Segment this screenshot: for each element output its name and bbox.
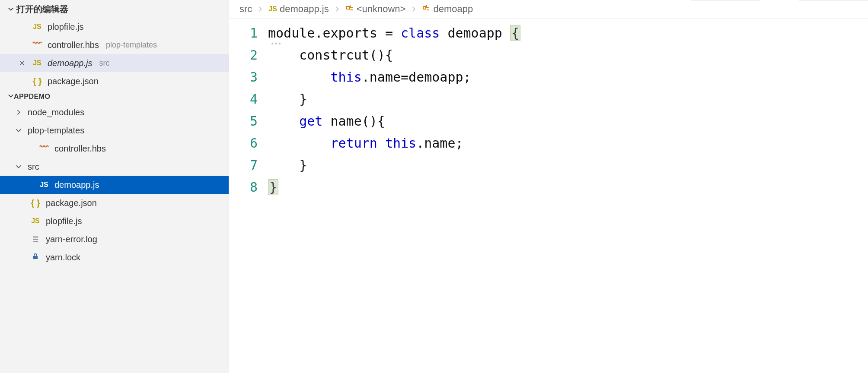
code-line[interactable]: this.name=demoapp; — [268, 66, 868, 88]
json-file-icon: { } — [32, 76, 41, 86]
line-number: 2 — [229, 44, 258, 66]
open-editors-header[interactable]: 打开的编辑器 — [0, 1, 229, 18]
file-label: plopfile.js — [48, 22, 83, 32]
line-number-gutter: 12345678 — [229, 22, 268, 198]
code-line[interactable]: } — [268, 88, 868, 110]
chevron-down-icon — [16, 162, 24, 172]
chevron-down-icon — [16, 126, 24, 136]
code-token: } — [268, 92, 307, 107]
breadcrumb-item[interactable]: JSdemoapp.js — [268, 3, 329, 15]
chevron-down-icon — [8, 93, 14, 101]
editor-area: srcJSdemoapp.js<unknown>demoapp 12345678… — [229, 0, 868, 373]
json-file-icon: { } — [31, 198, 40, 208]
code-token — [268, 47, 299, 63]
code-token: this — [331, 70, 362, 85]
file-label: package.json — [48, 76, 99, 86]
open-editor-item[interactable]: { }package.json — [0, 72, 229, 90]
line-number: 6 — [229, 132, 258, 154]
code-line[interactable]: } — [268, 176, 868, 198]
code-token: . — [315, 25, 322, 41]
code-line[interactable]: } — [268, 154, 868, 176]
code-token: name(){ — [322, 114, 385, 129]
code-token: this — [385, 136, 416, 151]
breadcrumb-label: demoapp.js — [280, 3, 329, 15]
file-item[interactable]: 〰controller.hbs — [0, 139, 229, 158]
file-item[interactable]: ≣yarn-error.log — [0, 230, 229, 248]
class-symbol-icon — [422, 4, 431, 15]
breadcrumb-label: src — [239, 3, 252, 15]
line-number: 4 — [229, 88, 258, 110]
code-token: exports — [322, 25, 377, 41]
handlebars-file-icon: 〰 — [33, 38, 41, 48]
breadcrumb-item[interactable]: src — [239, 3, 252, 15]
code-line[interactable]: return this.name; — [268, 132, 868, 154]
code-token: .name=demoapp; — [362, 70, 471, 85]
item-label: package.json — [46, 198, 97, 208]
open-editor-item[interactable]: JSplopfile.js — [0, 18, 229, 36]
js-file-icon: JS — [268, 5, 277, 13]
item-label: plopfile.js — [46, 216, 82, 226]
open-editor-item[interactable]: ×JSdemoapp.jssrc — [0, 54, 229, 72]
line-number: 5 — [229, 110, 258, 132]
close-icon[interactable]: × — [17, 58, 27, 68]
file-item[interactable]: JSplopfile.js — [0, 212, 229, 230]
code-token: = — [377, 25, 401, 41]
item-label: yarn.lock — [46, 253, 80, 262]
file-path-hint: plop-templates — [106, 41, 157, 50]
code-line[interactable]: constrcut(){ — [268, 44, 868, 66]
code-token — [268, 70, 331, 85]
line-number: 3 — [229, 66, 258, 88]
file-path-hint: src — [99, 59, 109, 68]
breadcrumb-item[interactable]: <unknown> — [345, 3, 406, 15]
code-token — [268, 114, 299, 129]
code-editor[interactable]: 12345678 module.exports = class demoapp … — [229, 19, 868, 198]
line-number: 1 — [229, 22, 258, 44]
open-editor-item[interactable]: 〰controller.hbsplop-templates — [0, 36, 229, 54]
item-label: yarn-error.log — [46, 234, 97, 244]
project-header[interactable]: APPDEMO — [0, 90, 229, 103]
folder-item[interactable]: plop-templates — [0, 121, 229, 139]
file-label: demoapp.js — [48, 58, 92, 68]
file-item[interactable]: yarn.lock — [0, 248, 229, 266]
item-label: plop-templates — [28, 126, 84, 136]
breadcrumb-separator-icon — [333, 3, 341, 15]
folder-item[interactable]: node_modules — [0, 103, 229, 121]
code-token: } — [268, 158, 307, 173]
code-token — [268, 136, 331, 151]
line-number: 8 — [229, 176, 258, 198]
item-label: node_modules — [28, 107, 84, 117]
handlebars-file-icon: 〰 — [40, 142, 48, 152]
project-title: APPDEMO — [14, 93, 50, 101]
log-file-icon: ≣ — [32, 234, 39, 244]
code-token: return — [331, 136, 377, 151]
code-token: demoapp — [440, 25, 510, 41]
item-label: src — [28, 162, 39, 172]
sidebar: 打开的编辑器 JSplopfile.js〰controller.hbsplop-… — [0, 0, 229, 373]
code-token: module — [268, 25, 315, 41]
js-file-icon: JS — [33, 59, 41, 67]
file-item[interactable]: { }package.json — [0, 194, 229, 212]
item-label: demoapp.js — [54, 180, 99, 190]
code-token: } — [268, 179, 278, 195]
line-number: 7 — [229, 154, 258, 176]
chevron-down-icon — [8, 4, 16, 14]
chevron-right-icon — [16, 107, 24, 117]
code-token: .name; — [416, 136, 463, 151]
folder-item[interactable]: src — [0, 158, 229, 176]
breadcrumb[interactable]: srcJSdemoapp.js<unknown>demoapp — [229, 0, 868, 19]
item-label: controller.hbs — [54, 144, 106, 154]
js-file-icon: JS — [40, 181, 48, 189]
file-item[interactable]: JSdemoapp.js — [0, 176, 229, 194]
code-token: constrcut(){ — [299, 47, 393, 63]
code-content[interactable]: module.exports = class demoapp {••• cons… — [268, 22, 868, 198]
code-line[interactable]: get name(){ — [268, 110, 868, 132]
breadcrumb-item[interactable]: demoapp — [422, 3, 473, 15]
code-token — [377, 136, 385, 151]
file-label: controller.hbs — [48, 40, 99, 50]
breadcrumb-separator-icon — [410, 3, 418, 15]
breadcrumb-label: demoapp — [433, 3, 473, 15]
breadcrumb-label: <unknown> — [357, 3, 406, 15]
code-line[interactable]: module.exports = class demoapp { — [268, 22, 868, 44]
code-token: class — [401, 25, 440, 41]
js-file-icon: JS — [31, 217, 40, 225]
